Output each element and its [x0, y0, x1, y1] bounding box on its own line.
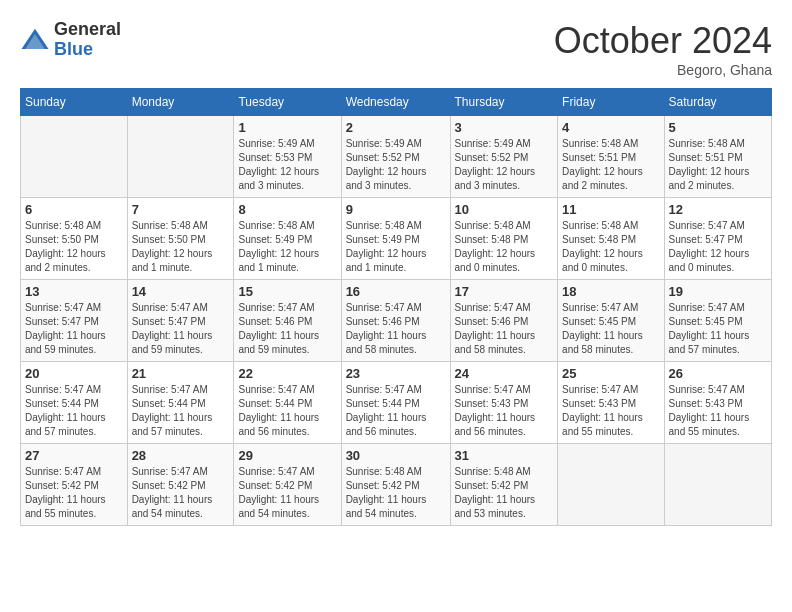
day-info: Sunrise: 5:47 AMSunset: 5:42 PMDaylight:… — [132, 465, 230, 521]
calendar-week-row: 1Sunrise: 5:49 AMSunset: 5:53 PMDaylight… — [21, 116, 772, 198]
day-info: Sunrise: 5:47 AMSunset: 5:45 PMDaylight:… — [562, 301, 659, 357]
day-number: 13 — [25, 284, 123, 299]
day-info: Sunrise: 5:48 AMSunset: 5:48 PMDaylight:… — [562, 219, 659, 275]
day-info: Sunrise: 5:49 AMSunset: 5:52 PMDaylight:… — [346, 137, 446, 193]
day-number: 1 — [238, 120, 336, 135]
calendar-cell — [21, 116, 128, 198]
calendar-cell — [664, 444, 771, 526]
calendar-cell: 19Sunrise: 5:47 AMSunset: 5:45 PMDayligh… — [664, 280, 771, 362]
logo-general: General — [54, 20, 121, 40]
day-info: Sunrise: 5:47 AMSunset: 5:46 PMDaylight:… — [238, 301, 336, 357]
day-info: Sunrise: 5:47 AMSunset: 5:43 PMDaylight:… — [455, 383, 554, 439]
calendar-cell: 29Sunrise: 5:47 AMSunset: 5:42 PMDayligh… — [234, 444, 341, 526]
calendar-cell: 3Sunrise: 5:49 AMSunset: 5:52 PMDaylight… — [450, 116, 558, 198]
calendar-cell: 30Sunrise: 5:48 AMSunset: 5:42 PMDayligh… — [341, 444, 450, 526]
day-number: 14 — [132, 284, 230, 299]
calendar-body: 1Sunrise: 5:49 AMSunset: 5:53 PMDaylight… — [21, 116, 772, 526]
calendar-cell: 22Sunrise: 5:47 AMSunset: 5:44 PMDayligh… — [234, 362, 341, 444]
day-number: 17 — [455, 284, 554, 299]
day-number: 19 — [669, 284, 767, 299]
day-info: Sunrise: 5:47 AMSunset: 5:46 PMDaylight:… — [455, 301, 554, 357]
calendar-week-row: 13Sunrise: 5:47 AMSunset: 5:47 PMDayligh… — [21, 280, 772, 362]
day-info: Sunrise: 5:49 AMSunset: 5:52 PMDaylight:… — [455, 137, 554, 193]
calendar-table: SundayMondayTuesdayWednesdayThursdayFrid… — [20, 88, 772, 526]
calendar-cell: 15Sunrise: 5:47 AMSunset: 5:46 PMDayligh… — [234, 280, 341, 362]
logo-text: General Blue — [54, 20, 121, 60]
calendar-cell: 21Sunrise: 5:47 AMSunset: 5:44 PMDayligh… — [127, 362, 234, 444]
day-info: Sunrise: 5:47 AMSunset: 5:43 PMDaylight:… — [562, 383, 659, 439]
day-info: Sunrise: 5:48 AMSunset: 5:49 PMDaylight:… — [346, 219, 446, 275]
day-info: Sunrise: 5:47 AMSunset: 5:44 PMDaylight:… — [25, 383, 123, 439]
calendar-week-row: 27Sunrise: 5:47 AMSunset: 5:42 PMDayligh… — [21, 444, 772, 526]
day-info: Sunrise: 5:48 AMSunset: 5:51 PMDaylight:… — [669, 137, 767, 193]
calendar-week-row: 6Sunrise: 5:48 AMSunset: 5:50 PMDaylight… — [21, 198, 772, 280]
day-number: 26 — [669, 366, 767, 381]
day-number: 22 — [238, 366, 336, 381]
day-info: Sunrise: 5:48 AMSunset: 5:48 PMDaylight:… — [455, 219, 554, 275]
day-number: 2 — [346, 120, 446, 135]
location: Begoro, Ghana — [554, 62, 772, 78]
day-number: 6 — [25, 202, 123, 217]
calendar-cell: 31Sunrise: 5:48 AMSunset: 5:42 PMDayligh… — [450, 444, 558, 526]
day-info: Sunrise: 5:48 AMSunset: 5:50 PMDaylight:… — [132, 219, 230, 275]
calendar-cell: 27Sunrise: 5:47 AMSunset: 5:42 PMDayligh… — [21, 444, 128, 526]
calendar-cell: 26Sunrise: 5:47 AMSunset: 5:43 PMDayligh… — [664, 362, 771, 444]
day-number: 18 — [562, 284, 659, 299]
month-title: October 2024 — [554, 20, 772, 62]
day-number: 8 — [238, 202, 336, 217]
calendar-cell — [558, 444, 664, 526]
day-number: 29 — [238, 448, 336, 463]
day-info: Sunrise: 5:47 AMSunset: 5:47 PMDaylight:… — [669, 219, 767, 275]
day-info: Sunrise: 5:48 AMSunset: 5:42 PMDaylight:… — [455, 465, 554, 521]
day-info: Sunrise: 5:48 AMSunset: 5:42 PMDaylight:… — [346, 465, 446, 521]
day-number: 16 — [346, 284, 446, 299]
title-section: October 2024 Begoro, Ghana — [554, 20, 772, 78]
calendar-cell: 5Sunrise: 5:48 AMSunset: 5:51 PMDaylight… — [664, 116, 771, 198]
page-header: General Blue October 2024 Begoro, Ghana — [20, 20, 772, 78]
calendar-cell: 28Sunrise: 5:47 AMSunset: 5:42 PMDayligh… — [127, 444, 234, 526]
weekday-header-sunday: Sunday — [21, 89, 128, 116]
day-number: 7 — [132, 202, 230, 217]
day-info: Sunrise: 5:47 AMSunset: 5:47 PMDaylight:… — [25, 301, 123, 357]
logo: General Blue — [20, 20, 121, 60]
calendar-cell: 12Sunrise: 5:47 AMSunset: 5:47 PMDayligh… — [664, 198, 771, 280]
weekday-header-tuesday: Tuesday — [234, 89, 341, 116]
calendar-week-row: 20Sunrise: 5:47 AMSunset: 5:44 PMDayligh… — [21, 362, 772, 444]
day-number: 27 — [25, 448, 123, 463]
weekday-header-thursday: Thursday — [450, 89, 558, 116]
calendar-cell: 8Sunrise: 5:48 AMSunset: 5:49 PMDaylight… — [234, 198, 341, 280]
day-number: 21 — [132, 366, 230, 381]
weekday-header-friday: Friday — [558, 89, 664, 116]
day-info: Sunrise: 5:48 AMSunset: 5:49 PMDaylight:… — [238, 219, 336, 275]
calendar-cell — [127, 116, 234, 198]
calendar-cell: 20Sunrise: 5:47 AMSunset: 5:44 PMDayligh… — [21, 362, 128, 444]
day-info: Sunrise: 5:47 AMSunset: 5:43 PMDaylight:… — [669, 383, 767, 439]
weekday-header-monday: Monday — [127, 89, 234, 116]
day-info: Sunrise: 5:48 AMSunset: 5:50 PMDaylight:… — [25, 219, 123, 275]
day-info: Sunrise: 5:49 AMSunset: 5:53 PMDaylight:… — [238, 137, 336, 193]
calendar-cell: 17Sunrise: 5:47 AMSunset: 5:46 PMDayligh… — [450, 280, 558, 362]
day-info: Sunrise: 5:47 AMSunset: 5:42 PMDaylight:… — [25, 465, 123, 521]
day-info: Sunrise: 5:48 AMSunset: 5:51 PMDaylight:… — [562, 137, 659, 193]
calendar-cell: 16Sunrise: 5:47 AMSunset: 5:46 PMDayligh… — [341, 280, 450, 362]
calendar-cell: 7Sunrise: 5:48 AMSunset: 5:50 PMDaylight… — [127, 198, 234, 280]
calendar-cell: 4Sunrise: 5:48 AMSunset: 5:51 PMDaylight… — [558, 116, 664, 198]
calendar-header: SundayMondayTuesdayWednesdayThursdayFrid… — [21, 89, 772, 116]
weekday-header-wednesday: Wednesday — [341, 89, 450, 116]
day-info: Sunrise: 5:47 AMSunset: 5:44 PMDaylight:… — [238, 383, 336, 439]
logo-blue: Blue — [54, 40, 121, 60]
calendar-cell: 6Sunrise: 5:48 AMSunset: 5:50 PMDaylight… — [21, 198, 128, 280]
day-number: 30 — [346, 448, 446, 463]
day-info: Sunrise: 5:47 AMSunset: 5:47 PMDaylight:… — [132, 301, 230, 357]
day-number: 31 — [455, 448, 554, 463]
logo-icon — [20, 25, 50, 55]
calendar-cell: 11Sunrise: 5:48 AMSunset: 5:48 PMDayligh… — [558, 198, 664, 280]
calendar-cell: 1Sunrise: 5:49 AMSunset: 5:53 PMDaylight… — [234, 116, 341, 198]
calendar-cell: 23Sunrise: 5:47 AMSunset: 5:44 PMDayligh… — [341, 362, 450, 444]
weekday-header-saturday: Saturday — [664, 89, 771, 116]
day-info: Sunrise: 5:47 AMSunset: 5:44 PMDaylight:… — [346, 383, 446, 439]
day-number: 12 — [669, 202, 767, 217]
day-number: 24 — [455, 366, 554, 381]
day-number: 20 — [25, 366, 123, 381]
day-number: 5 — [669, 120, 767, 135]
